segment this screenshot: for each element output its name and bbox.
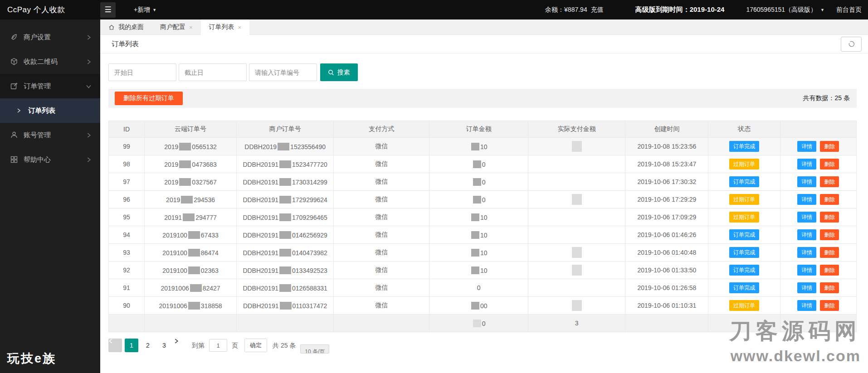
sidebar-item-merchant-settings[interactable]: 商户设置 [0, 25, 100, 49]
goto-confirm-button[interactable]: 确定 [244, 339, 267, 352]
delete-button[interactable]: 删除 [820, 141, 839, 152]
cell-cloud-order: 20191006318858 [145, 297, 237, 315]
cell-paid-amount [528, 226, 625, 244]
delete-button[interactable]: 删除 [820, 282, 839, 293]
front-home-link[interactable]: 前台首页 [836, 6, 862, 14]
cell-paid-amount [528, 138, 625, 155]
tab-bar: 我的桌面 商户配置 × 订单列表 × [100, 19, 868, 35]
page-button-2[interactable]: 2 [141, 339, 155, 352]
delete-button[interactable]: 删除 [820, 265, 839, 276]
page-button-1[interactable]: 1 [125, 339, 138, 352]
goto-page-suffix-label: 页 [232, 339, 238, 352]
detail-button[interactable]: 详情 [797, 265, 816, 276]
cell-created: 2019-10-08 15:23:47 [625, 155, 708, 173]
cell-created: 2019-10-06 01:46:26 [625, 226, 708, 244]
cell-id: 92 [109, 262, 145, 279]
cell-status: 订单完成 [708, 262, 780, 279]
page-size-select[interactable]: 10 条/页 [300, 344, 329, 354]
col-header-status: 状态 [708, 121, 780, 138]
chevron-down-icon: ▼ [820, 8, 824, 12]
pen-icon [10, 33, 18, 41]
table-totals-row: 03 [109, 315, 857, 332]
edit-square-icon [10, 82, 18, 90]
sidebar-item-label: 订单列表 [28, 107, 55, 115]
cell-actions: 详情删除 [780, 244, 856, 262]
cell-created: 2019-10-06 17:30:32 [625, 173, 708, 191]
balance-label: 余额：¥887.94 [545, 6, 587, 14]
delete-button[interactable]: 删除 [820, 212, 839, 223]
delete-expired-orders-button[interactable]: 删除所有过期订单 [115, 92, 183, 105]
tab-label: 我的桌面 [118, 23, 144, 31]
close-icon[interactable]: × [238, 24, 242, 31]
table-toolbar: 删除所有过期订单 共有数据：25 条 [108, 89, 857, 108]
totals-paid: 3 [528, 315, 625, 332]
sidebar-item-order-list[interactable]: 订单列表 [0, 98, 100, 123]
sidebar-item-qrcode[interactable]: 收款二维码 [0, 49, 100, 74]
detail-button[interactable]: 详情 [797, 212, 816, 223]
cell-amount: 0 [429, 191, 528, 208]
search-button[interactable]: 搜素 [320, 63, 358, 81]
page-button-3[interactable]: 3 [157, 339, 171, 352]
tab-merchant-config[interactable]: 商户配置 × [152, 19, 201, 35]
censor-block [188, 231, 200, 239]
detail-button[interactable]: 详情 [797, 300, 816, 311]
detail-button[interactable]: 详情 [797, 229, 816, 240]
table-row: 93201910086474DDBH201910140473982微信10201… [109, 244, 857, 262]
censor-block [279, 266, 291, 274]
total-count-label: 共 25 条 [273, 339, 296, 352]
chevron-right-icon [86, 59, 91, 64]
recharge-link[interactable]: 充值 [591, 6, 604, 14]
start-date-input[interactable] [108, 63, 176, 81]
tab-label: 商户配置 [160, 23, 185, 31]
status-badge: 订单完成 [729, 282, 759, 293]
sidebar-collapse-button[interactable]: ☰ [100, 2, 116, 18]
detail-button[interactable]: 详情 [797, 176, 816, 187]
cell-cloud-order: 20190473683 [145, 155, 237, 173]
delete-button[interactable]: 删除 [820, 159, 839, 170]
censor-block [471, 302, 479, 310]
order-number-input[interactable] [249, 63, 317, 81]
detail-button[interactable]: 详情 [797, 194, 816, 205]
tab-order-list[interactable]: 订单列表 × [201, 19, 250, 35]
cell-pay-method: 微信 [334, 138, 429, 155]
cell-pay-method: 微信 [334, 297, 429, 315]
chevron-right-icon [86, 157, 91, 162]
cell-actions: 详情删除 [780, 208, 856, 226]
censor-block [179, 160, 191, 168]
detail-button[interactable]: 详情 [797, 159, 816, 170]
totals-amount: 0 [429, 315, 528, 332]
table-row: 9920190565132DDBH20191523556490微信102019-… [109, 138, 857, 155]
cell-paid-amount [528, 262, 625, 279]
cell-created: 2019-10-06 01:40:48 [625, 244, 708, 262]
refresh-button[interactable] [841, 37, 862, 52]
table-row: 962019294536DDBH201911729299624微信02019-1… [109, 191, 857, 208]
sidebar-item-order-management[interactable]: 订单管理 [0, 74, 100, 98]
cell-actions: 详情删除 [780, 279, 856, 297]
cell-amount: 10 [429, 138, 528, 155]
cell-actions: 详情删除 [780, 191, 856, 208]
account-dropdown[interactable]: 17605965151（高级版） ▼ [746, 6, 824, 14]
end-date-input[interactable] [179, 63, 247, 81]
total-data-label: 共有数据：25 条 [803, 94, 850, 102]
delete-button[interactable]: 删除 [820, 300, 839, 311]
close-icon[interactable]: × [189, 24, 193, 31]
sidebar-item-account-management[interactable]: 账号管理 [0, 123, 100, 147]
cell-actions: 详情删除 [780, 173, 856, 191]
delete-button[interactable]: 删除 [820, 229, 839, 240]
status-badge: 过期订单 [729, 300, 759, 311]
delete-button[interactable]: 删除 [820, 176, 839, 187]
prev-page-button[interactable] [108, 339, 122, 352]
sidebar-item-help-center[interactable]: 帮助中心 [0, 147, 100, 172]
detail-button[interactable]: 详情 [797, 282, 816, 293]
detail-button[interactable]: 详情 [797, 247, 816, 258]
censor-block [190, 284, 202, 292]
detail-button[interactable]: 详情 [797, 141, 816, 152]
delete-button[interactable]: 删除 [820, 247, 839, 258]
delete-button[interactable]: 删除 [820, 194, 839, 205]
goto-page-input[interactable] [209, 339, 227, 352]
next-page-button[interactable] [174, 339, 187, 352]
tab-desktop[interactable]: 我的桌面 [100, 19, 152, 35]
status-badge: 过期订单 [729, 212, 759, 223]
add-new-dropdown[interactable]: +新增 ▼ [134, 6, 156, 14]
censor-block [188, 249, 200, 257]
